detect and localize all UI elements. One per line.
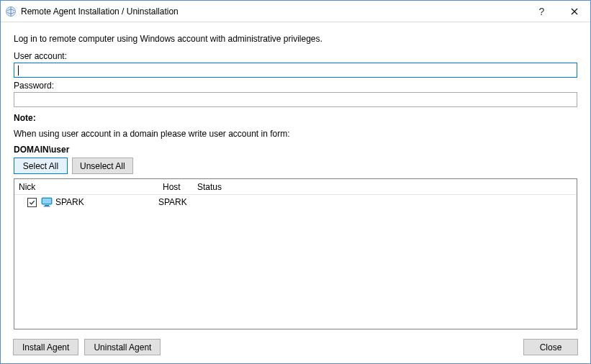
note-example: DOMAIN\user xyxy=(14,145,577,155)
close-button[interactable]: Close xyxy=(523,339,578,355)
window-title: Remote Agent Installation / Uninstallati… xyxy=(21,6,525,17)
help-button[interactable]: ? xyxy=(525,1,558,22)
row-nick: SPARK xyxy=(55,197,84,207)
password-input[interactable] xyxy=(14,92,577,107)
column-header-status[interactable]: Status xyxy=(193,179,577,194)
password-label: Password: xyxy=(14,81,577,91)
uninstall-agent-button[interactable]: Uninstall Agent xyxy=(84,339,161,355)
close-window-button[interactable] xyxy=(558,1,590,22)
table-row[interactable]: SPARK SPARK xyxy=(14,195,577,209)
install-agent-button[interactable]: Install Agent xyxy=(13,339,78,355)
monitor-icon xyxy=(41,197,53,207)
listview-header: Nick Host Status xyxy=(14,179,577,195)
app-icon xyxy=(5,6,17,17)
svg-rect-7 xyxy=(44,206,50,206)
text-caret xyxy=(18,65,19,76)
unselect-all-button[interactable]: Unselect All xyxy=(72,158,133,174)
svg-rect-6 xyxy=(45,205,49,206)
user-account-input[interactable] xyxy=(14,63,577,78)
column-header-host[interactable]: Host xyxy=(158,179,193,194)
svg-rect-5 xyxy=(42,199,51,204)
row-host: SPARK xyxy=(158,197,193,207)
note-heading: Note: xyxy=(14,113,577,123)
dialog-footer: Install Agent Uninstall Agent Close xyxy=(13,339,578,355)
dialog-content: Log in to remote computer using Windows … xyxy=(1,22,590,337)
instruction-text: Log in to remote computer using Windows … xyxy=(14,34,577,44)
select-all-button[interactable]: Select All xyxy=(14,158,68,174)
column-header-nick[interactable]: Nick xyxy=(14,179,158,194)
titlebar: Remote Agent Installation / Uninstallati… xyxy=(1,1,590,22)
row-checkbox[interactable] xyxy=(27,198,37,207)
note-text: When using user account in a domain plea… xyxy=(14,129,577,139)
hosts-listview[interactable]: Nick Host Status SPARK SPARK xyxy=(14,178,577,329)
user-account-label: User account: xyxy=(14,51,577,61)
